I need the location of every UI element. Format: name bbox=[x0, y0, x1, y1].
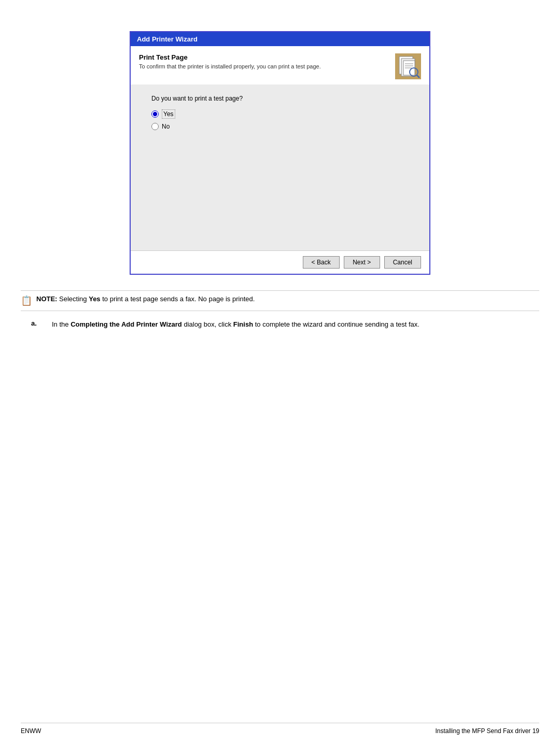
step-text-mid: dialog box, click bbox=[184, 320, 233, 328]
radio-label-no: No bbox=[162, 123, 170, 130]
step-text-pre: In the bbox=[52, 320, 71, 328]
note-label: NOTE: bbox=[36, 295, 57, 303]
wizard-title: Add Printer Wizard bbox=[137, 35, 198, 43]
cancel-button[interactable]: Cancel bbox=[384, 256, 421, 269]
back-button[interactable]: < Back bbox=[303, 256, 340, 269]
wizard-header-subtitle: To confirm that the printer is installed… bbox=[139, 63, 390, 69]
note-text: NOTE: Selecting Yes to print a test page… bbox=[36, 295, 255, 303]
wizard-dialog: Add Printer Wizard Print Test Page To co… bbox=[130, 31, 430, 275]
radio-item-yes[interactable]: Yes bbox=[151, 109, 417, 119]
wizard-body: Print Test Page To confirm that the prin… bbox=[131, 46, 429, 274]
step-item-a: a. In the Completing the Add Printer Wiz… bbox=[21, 319, 539, 330]
wizard-question: Do you want to print a test page? bbox=[151, 95, 417, 102]
step-label-a: a. bbox=[31, 319, 41, 327]
wizard-header-title: Print Test Page bbox=[139, 53, 390, 61]
note-text-prefix: Selecting bbox=[59, 295, 89, 303]
radio-yes[interactable] bbox=[151, 110, 159, 118]
page-container: Add Printer Wizard Print Test Page To co… bbox=[0, 0, 560, 745]
note-icon: 📋 bbox=[21, 295, 32, 306]
step-bold-wizard: Completing the Add Printer Wizard bbox=[71, 320, 182, 328]
footer-right: Installing the MFP Send Fax driver 19 bbox=[435, 727, 539, 735]
note-bold-yes: Yes bbox=[89, 295, 100, 303]
wizard-header: Print Test Page To confirm that the prin… bbox=[131, 46, 429, 85]
radio-group: Yes No bbox=[151, 109, 417, 130]
wizard-header-text: Print Test Page To confirm that the prin… bbox=[139, 53, 390, 69]
footer-left: ENWW bbox=[21, 727, 41, 735]
radio-label-yes: Yes bbox=[162, 109, 175, 119]
note-text-suffix: to print a test page sends a fax. No pag… bbox=[102, 295, 255, 303]
step-text-post: to complete the wizard and continue send… bbox=[255, 320, 419, 328]
page-footer: ENWW Installing the MFP Send Fax driver … bbox=[21, 723, 539, 735]
note-section: 📋 NOTE: Selecting Yes to print a test pa… bbox=[21, 290, 539, 311]
wizard-titlebar: Add Printer Wizard bbox=[131, 32, 429, 46]
printer-icon bbox=[395, 53, 421, 79]
wizard-footer: < Back Next > Cancel bbox=[131, 250, 429, 274]
next-button[interactable]: Next > bbox=[344, 256, 380, 269]
step-bold-finish: Finish bbox=[233, 320, 253, 328]
wizard-content: Do you want to print a test page? Yes No bbox=[131, 85, 429, 250]
step-content-a: In the Completing the Add Printer Wizard… bbox=[52, 319, 419, 330]
radio-item-no[interactable]: No bbox=[151, 123, 417, 130]
radio-no[interactable] bbox=[151, 123, 159, 130]
